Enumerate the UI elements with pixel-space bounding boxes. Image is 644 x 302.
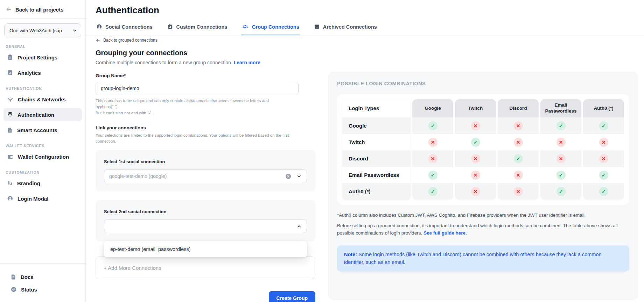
chevron-down-icon bbox=[72, 28, 77, 33]
cross-icon: ✕ bbox=[471, 121, 480, 130]
dropdown-option[interactable]: ep-test-demo (email_passwordless) bbox=[104, 241, 307, 257]
combo-cell: ✓ bbox=[540, 167, 581, 183]
tab-label: Archived Connections bbox=[323, 24, 377, 30]
sidebar-item-label: Docs bbox=[21, 274, 34, 280]
select2-dropdown[interactable] bbox=[104, 219, 307, 233]
combinations-table-card: Login TypesGoogleTwitchDiscordEmail Pass… bbox=[337, 94, 629, 205]
combo-cell: ✕ bbox=[540, 150, 581, 167]
sidebar-item-label: Branding bbox=[17, 180, 40, 186]
tab-custom-connections[interactable]: Custom Connections bbox=[167, 21, 228, 35]
see-full-guide-link[interactable]: See full guide here. bbox=[424, 230, 467, 236]
combo-cell: ✓ bbox=[412, 183, 453, 200]
combo-cell: ✕ bbox=[455, 117, 496, 134]
combo-cell: ✓ bbox=[583, 183, 624, 200]
check-circle-icon bbox=[10, 286, 17, 293]
combo-cell: ✕ bbox=[455, 150, 496, 167]
clipboard-icon bbox=[7, 54, 13, 60]
combo-cell: ✕ bbox=[498, 134, 539, 150]
sidebar-item-chains-networks[interactable]: Chains & Networks bbox=[4, 93, 82, 106]
group-connection-form: Back to grouped connections Grouping you… bbox=[96, 38, 317, 302]
sidebar-item-analytics[interactable]: Analytics bbox=[4, 66, 82, 79]
sidebar-section-general: GENERAL bbox=[6, 44, 80, 49]
row-label: Email Passwordless bbox=[342, 167, 411, 183]
back-to-projects-link[interactable]: Back to all projects bbox=[0, 0, 85, 19]
guide-footnote: Before setting up a grouped connection, … bbox=[337, 222, 628, 237]
analytics-icon bbox=[7, 70, 13, 76]
combo-cell: ✕ bbox=[540, 134, 581, 150]
cross-icon: ✕ bbox=[514, 121, 523, 130]
sidebar-item-login-modal[interactable]: Login Modal bbox=[4, 192, 82, 205]
add-more-connections-button[interactable]: + Add More Connections bbox=[96, 256, 315, 279]
back-to-grouped-connections-link[interactable]: Back to grouped connections bbox=[96, 38, 317, 43]
first-connection-card: Select 1st social connection google-test… bbox=[96, 150, 315, 192]
possible-login-combinations-panel: POSSIBLE LOGIN COMBINATIONS Login TypesG… bbox=[328, 72, 638, 300]
note-box: Note: Some login methods (like Twitch an… bbox=[337, 245, 629, 272]
check-icon: ✓ bbox=[599, 187, 608, 196]
combo-cell: ✓ bbox=[540, 183, 581, 200]
clear-icon[interactable] bbox=[285, 173, 292, 180]
combo-cell: ✓ bbox=[455, 134, 496, 150]
sidebar-item-label: Authentication bbox=[18, 112, 54, 118]
arrow-left-icon bbox=[96, 38, 100, 43]
combo-cell: ✕ bbox=[498, 183, 539, 200]
combo-cell: ✕ bbox=[412, 150, 453, 167]
tab-social-connections[interactable]: Social Connections bbox=[96, 21, 153, 35]
archive-icon bbox=[314, 24, 320, 30]
chevron-up-icon[interactable] bbox=[296, 224, 302, 229]
brush-icon bbox=[7, 180, 13, 186]
sidebar-item-project-settings[interactable]: Project Settings bbox=[4, 51, 82, 64]
column-header: Twitch bbox=[455, 99, 496, 117]
form-actions: Create Group bbox=[96, 291, 315, 302]
check-icon: ✓ bbox=[599, 171, 608, 180]
column-header: Login Types bbox=[342, 99, 411, 117]
sidebar-item-smart-accounts[interactable]: Smart Accounts bbox=[4, 123, 82, 137]
tab-bar: Social Connections Custom Connections Gr… bbox=[86, 21, 644, 35]
check-icon: ✓ bbox=[599, 121, 608, 130]
chevron-down-icon[interactable] bbox=[296, 174, 302, 179]
group-name-input[interactable] bbox=[96, 82, 299, 95]
back-link-label: Back to grouped connections bbox=[103, 38, 158, 43]
cross-icon: ✕ bbox=[514, 187, 523, 196]
main-content: Authentication Social Connections Custom… bbox=[86, 0, 644, 302]
select1-label: Select 1st social connection bbox=[104, 159, 307, 164]
second-connection-card: Select 2nd social connection ep-test-dem… bbox=[96, 200, 315, 242]
project-selector[interactable]: One with Web3Auth (sap bbox=[4, 23, 81, 37]
combo-cell: ✕ bbox=[412, 134, 453, 150]
tab-group-connections[interactable]: Group Connections bbox=[241, 21, 300, 35]
tab-label: Social Connections bbox=[105, 24, 153, 30]
tab-archived-connections[interactable]: Archived Connections bbox=[313, 21, 378, 35]
select1-dropdown[interactable]: google-test-demo (google) bbox=[104, 169, 307, 183]
form-heading: Grouping your connections bbox=[96, 49, 317, 57]
sidebar-item-docs[interactable]: Docs bbox=[7, 271, 78, 283]
combo-cell: ✓ bbox=[412, 167, 453, 183]
sidebar-item-label: Chains & Networks bbox=[18, 96, 66, 102]
combo-cell: ✕ bbox=[455, 167, 496, 183]
provider-column: Discord✕✕✓✕✕ bbox=[498, 99, 539, 200]
column-header: Auth0 (*) bbox=[583, 99, 624, 117]
learn-more-link[interactable]: Learn more bbox=[234, 60, 260, 65]
wifi-icon bbox=[7, 96, 14, 103]
column-header: Discord bbox=[498, 99, 539, 117]
create-group-button[interactable]: Create Group bbox=[269, 291, 315, 302]
link-connections-help: Your selections are limited to the suppo… bbox=[96, 132, 292, 145]
form-subtitle-text: Combine multiple connections to form a n… bbox=[96, 60, 232, 65]
document-icon bbox=[7, 127, 13, 133]
project-selector-value: One with Web3Auth (sap bbox=[9, 28, 72, 33]
id-badge-icon bbox=[167, 24, 173, 30]
arrow-left-icon bbox=[6, 6, 12, 13]
sidebar-item-wallet-configuration[interactable]: Wallet Configuration bbox=[4, 150, 82, 163]
cross-icon: ✕ bbox=[556, 138, 566, 147]
check-icon: ✓ bbox=[514, 154, 523, 163]
sidebar-section-authentication: AUTHENTICATION bbox=[6, 86, 80, 91]
sidebar-item-branding[interactable]: Branding bbox=[4, 177, 82, 190]
cross-icon: ✕ bbox=[514, 171, 523, 180]
tab-label: Custom Connections bbox=[176, 24, 227, 30]
sidebar-item-status[interactable]: Status bbox=[7, 283, 78, 296]
row-label: Discord bbox=[342, 150, 411, 167]
provider-column: Google✓✕✕✓✓ bbox=[412, 99, 453, 200]
combo-cell: ✓ bbox=[540, 117, 581, 134]
auth0-footnote: *Auth0 column also includes Custom JWT, … bbox=[337, 213, 629, 218]
provider-column: Twitch✕✓✕✕✕ bbox=[455, 99, 496, 200]
sidebar-item-authentication[interactable]: Authentication bbox=[4, 108, 82, 121]
login-types-column: Login TypesGoogleTwitchDiscordEmail Pass… bbox=[342, 99, 411, 200]
